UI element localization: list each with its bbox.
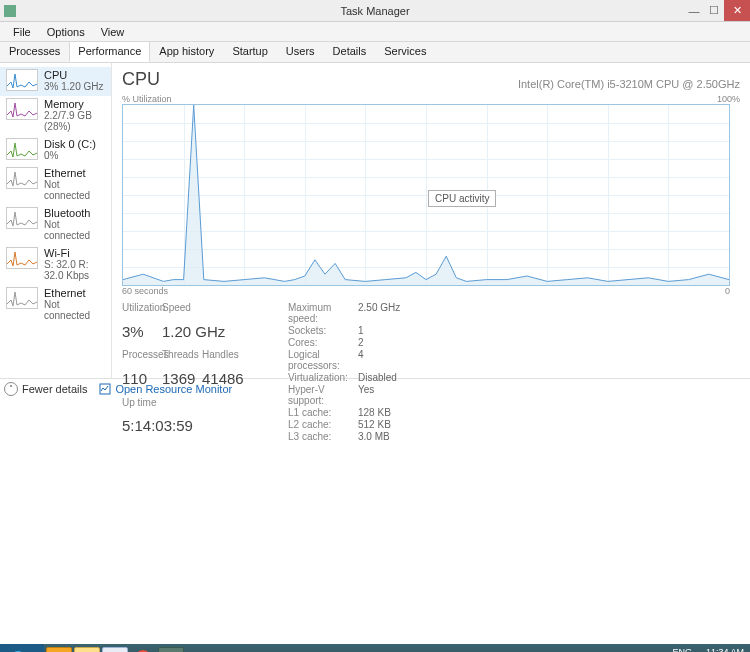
menubar: File Options View bbox=[0, 22, 750, 42]
sidebar-item-memory[interactable]: Memory 2.2/7.9 GB (28%) bbox=[0, 96, 111, 136]
resource-monitor-icon bbox=[99, 383, 111, 395]
sidebar-item-wi-fi[interactable]: Wi-Fi S: 32.0 R: 32.0 Kbps bbox=[0, 245, 111, 285]
sidebar-item-cpu[interactable]: CPU 3% 1.20 GHz bbox=[0, 67, 111, 96]
window-title: Task Manager bbox=[0, 5, 750, 17]
sidebar-thumb-icon bbox=[6, 207, 38, 229]
fewer-details-label: Fewer details bbox=[22, 383, 87, 395]
titlebar: Task Manager — ☐ ✕ bbox=[0, 0, 750, 22]
value-speed: 1.20 GHz bbox=[162, 323, 248, 348]
value-utilization: 3% bbox=[122, 323, 162, 348]
perf-main: CPU Intel(R) Core(TM) i5-3210M CPU @ 2.5… bbox=[112, 63, 750, 378]
sidebar-item-title: Disk 0 (C:) bbox=[44, 138, 96, 150]
sidebar-item-title: CPU bbox=[44, 69, 103, 81]
taskbar-vlc-icon[interactable]: ▲ bbox=[46, 647, 72, 652]
value-processes: 110 bbox=[122, 370, 162, 395]
chevron-up-icon: ˄ bbox=[4, 382, 18, 396]
sidebar-item-title: Bluetooth bbox=[44, 207, 105, 219]
value-threads: 1369 bbox=[162, 370, 202, 395]
menu-file[interactable]: File bbox=[5, 26, 39, 38]
label-utilization: Utilization bbox=[122, 302, 162, 321]
stat-label: L2 cache: bbox=[288, 419, 358, 430]
chart-tooltip: CPU activity bbox=[428, 190, 496, 207]
tray-lang[interactable]: ENG US bbox=[672, 648, 692, 652]
taskbar: ▲ 📁 W ▴ 📶 🔊 ▮ ENG US 11:34 AM 2018-01-14 bbox=[0, 644, 750, 652]
tab-users[interactable]: Users bbox=[277, 42, 324, 62]
sidebar-item-title: Ethernet bbox=[44, 287, 105, 299]
sidebar-item-sub: Not connected bbox=[44, 299, 105, 321]
tab-bar: Processes Performance App history Startu… bbox=[0, 42, 750, 63]
sidebar-item-bluetooth[interactable]: Bluetooth Not connected bbox=[0, 205, 111, 245]
stat-value: 1 bbox=[358, 325, 400, 336]
tab-performance[interactable]: Performance bbox=[69, 42, 150, 62]
stat-value: 2.50 GHz bbox=[358, 302, 400, 324]
stat-value: Yes bbox=[358, 384, 400, 406]
stats-right: Maximum speed:2.50 GHzSockets:1Cores:2Lo… bbox=[288, 302, 400, 442]
sidebar-item-ethernet[interactable]: Ethernet Not connected bbox=[0, 285, 111, 325]
label-processes: Processes bbox=[122, 349, 162, 368]
sidebar-item-title: Wi-Fi bbox=[44, 247, 105, 259]
fewer-details-button[interactable]: ˄ Fewer details bbox=[4, 382, 87, 396]
sidebar-item-disk-0-c-[interactable]: Disk 0 (C:) 0% bbox=[0, 136, 111, 165]
system-tray: ▴ 📶 🔊 ▮ ENG US 11:34 AM 2018-01-14 bbox=[616, 648, 750, 652]
svg-rect-0 bbox=[100, 384, 110, 394]
stat-value: 512 KB bbox=[358, 419, 400, 430]
cpu-model: Intel(R) Core(TM) i5-3210M CPU @ 2.50GHz bbox=[518, 78, 740, 90]
close-button[interactable]: ✕ bbox=[724, 0, 750, 21]
chart-ymax: 100% bbox=[717, 94, 740, 104]
perf-sidebar: CPU 3% 1.20 GHz Memory 2.2/7.9 GB (28%) … bbox=[0, 63, 112, 378]
stat-value: 2 bbox=[358, 337, 400, 348]
stat-value: 4 bbox=[358, 349, 400, 371]
stat-label: L3 cache: bbox=[288, 431, 358, 442]
stat-label: Cores: bbox=[288, 337, 358, 348]
stats-left: Utilization Speed 3% 1.20 GHz Processes … bbox=[122, 302, 248, 442]
sidebar-item-sub: S: 32.0 R: 32.0 Kbps bbox=[44, 259, 105, 281]
stat-label: L1 cache: bbox=[288, 407, 358, 418]
sidebar-thumb-icon bbox=[6, 138, 38, 160]
label-uptime: Up time bbox=[122, 397, 248, 416]
stat-value: 3.0 MB bbox=[358, 431, 400, 442]
sidebar-thumb-icon bbox=[6, 69, 38, 91]
sidebar-thumb-icon bbox=[6, 247, 38, 269]
value-uptime: 5:14:03:59 bbox=[122, 417, 248, 442]
tab-startup[interactable]: Startup bbox=[223, 42, 276, 62]
tab-processes[interactable]: Processes bbox=[0, 42, 69, 62]
sidebar-item-sub: 2.2/7.9 GB (28%) bbox=[44, 110, 105, 132]
cpu-chart bbox=[122, 104, 730, 286]
chart-ylabel: % Utilization bbox=[122, 94, 172, 104]
tab-app-history[interactable]: App history bbox=[150, 42, 223, 62]
page-title: CPU bbox=[122, 69, 160, 90]
stat-label: Logical processors: bbox=[288, 349, 358, 371]
taskbar-chrome-icon[interactable] bbox=[130, 647, 156, 652]
maximize-button[interactable]: ☐ bbox=[704, 0, 724, 21]
sidebar-item-sub: 3% 1.20 GHz bbox=[44, 81, 103, 92]
chart-xmin: 0 bbox=[725, 286, 730, 296]
sidebar-item-ethernet[interactable]: Ethernet Not connected bbox=[0, 165, 111, 205]
sidebar-thumb-icon bbox=[6, 98, 38, 120]
stat-value: Disabled bbox=[358, 372, 400, 383]
menu-options[interactable]: Options bbox=[39, 26, 93, 38]
minimize-button[interactable]: — bbox=[684, 0, 704, 21]
tray-clock[interactable]: 11:34 AM 2018-01-14 bbox=[698, 648, 744, 652]
sidebar-thumb-icon bbox=[6, 287, 38, 309]
tab-services[interactable]: Services bbox=[375, 42, 435, 62]
taskbar-word-icon[interactable]: W bbox=[102, 647, 128, 652]
sidebar-item-sub: 0% bbox=[44, 150, 96, 161]
label-speed: Speed bbox=[162, 302, 202, 321]
sidebar-item-title: Memory bbox=[44, 98, 105, 110]
stat-label: Maximum speed: bbox=[288, 302, 358, 324]
stat-value: 128 KB bbox=[358, 407, 400, 418]
stat-label: Virtualization: bbox=[288, 372, 358, 383]
tab-details[interactable]: Details bbox=[324, 42, 376, 62]
sidebar-item-sub: Not connected bbox=[44, 219, 105, 241]
menu-view[interactable]: View bbox=[93, 26, 133, 38]
value-handles: 41486 bbox=[202, 370, 248, 395]
label-handles: Handles bbox=[202, 349, 248, 368]
chart-xmax: 60 seconds bbox=[122, 286, 168, 296]
taskbar-app-icon[interactable] bbox=[158, 647, 184, 652]
label-threads: Threads bbox=[162, 349, 202, 368]
sidebar-item-title: Ethernet bbox=[44, 167, 105, 179]
start-button[interactable] bbox=[0, 644, 44, 652]
sidebar-item-sub: Not connected bbox=[44, 179, 105, 201]
taskbar-explorer-icon[interactable]: 📁 bbox=[74, 647, 100, 652]
stat-label: Hyper-V support: bbox=[288, 384, 358, 406]
